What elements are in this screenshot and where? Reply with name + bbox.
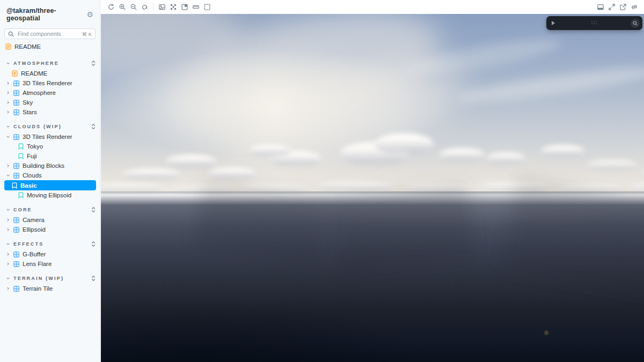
component-icon [13,286,19,292]
section-header-terrain-wip[interactable]: TERRAIN (WIP) [0,274,100,283]
drag-handle-dots[interactable] [591,21,598,25]
measure-icon[interactable] [190,2,201,12]
sidebar-item-atmosphere[interactable]: Atmosphere [0,88,100,98]
sidebar-item-terrain-tile[interactable]: Terrain Tile [0,284,100,293]
item-label: Clouds [23,172,42,179]
sidebar-item-tokyo[interactable]: Tokyo [0,142,100,151]
sidebar-item-g-buffer[interactable]: G-Buffer [0,249,100,259]
chevron-down-icon [5,242,10,247]
item-label: Stars [23,109,37,115]
component-icon [13,227,19,233]
component-icon [13,261,19,267]
chevron-down-icon [5,173,10,178]
expand-collapse-all-icon[interactable] [91,241,96,247]
section-label: ATMOSPHERE [13,61,88,66]
section-label: TERRAIN (WIP) [13,276,88,281]
section-header-core[interactable]: CORE [0,205,100,214]
story-canvas-3d-scene[interactable] [101,14,644,362]
zoom-reset-icon[interactable] [139,2,150,12]
sidebar-item-clouds[interactable]: Clouds [0,171,100,180]
component-icon [13,134,19,140]
viewport-icon[interactable] [179,2,190,12]
item-label: README [14,43,41,50]
item-label: G-Buffer [23,251,46,257]
gear-icon[interactable]: ⚙ [86,11,93,18]
copy-link-icon[interactable] [628,2,640,12]
sidebar-header: @takram/three-geospatial ⚙ [0,0,100,22]
grid-icon[interactable] [167,2,179,12]
expand-collapse-all-icon[interactable] [91,123,96,130]
zoom-out-icon[interactable] [128,2,139,12]
leva-controls-bar[interactable] [546,16,642,30]
cumulus-cloud [439,148,485,162]
component-icon [13,163,19,169]
canvas-toolbar [101,0,644,14]
sidebar-item-3d-tiles-renderer[interactable]: 3D Tiles Renderer [0,78,100,88]
outline-icon[interactable] [201,2,213,12]
chevron-right-icon [5,100,10,105]
component-icon [13,90,19,96]
sidebar-item-fuji[interactable]: Fuji [0,151,100,161]
item-label: Building Blocks [23,162,64,169]
component-icon [13,100,19,106]
section-header-effects[interactable]: EFFECTS [0,240,100,248]
expand-collapse-all-icon[interactable] [91,60,96,67]
section-header-clouds-wip[interactable]: CLOUDS (WIP) [0,122,100,131]
horizon-cloud [316,182,396,191]
project-title: @takram/three-geospatial [6,7,86,22]
sidebar-item-basic-selected[interactable]: Basic [4,180,96,190]
zoom-in-icon[interactable] [116,2,128,12]
horizon-cloud [101,183,165,192]
item-label: Basic [20,182,37,189]
sidebar-item-clouds-3d-tiles-renderer[interactable]: 3D Tiles Renderer [0,132,100,142]
sidebar-item-sky[interactable]: Sky [0,98,100,107]
item-label: Lens Flare [23,261,52,267]
collapse-play-icon[interactable] [552,21,555,25]
sidebar-item-stars[interactable]: Stars [0,107,100,117]
cumulus-cloud [165,154,217,168]
sky-render [101,14,644,191]
backgrounds-icon[interactable] [156,2,167,12]
sidebar-item-camera[interactable]: Camera [0,215,100,225]
item-label: Tokyo [27,143,43,150]
toolbar-divider [153,3,153,11]
item-label: Moving Ellipsoid [27,192,71,198]
sidebar-item-ellipsoid[interactable]: Ellipsoid [0,225,100,234]
doc-icon [12,70,18,77]
sidebar-item-atmosphere-readme[interactable]: README [0,69,100,78]
fullscreen-icon[interactable] [606,2,617,12]
chevron-down-icon [5,135,10,139]
doc-icon [5,43,11,50]
section-label: CORE [13,207,88,212]
chevron-right-icon [5,262,10,267]
expand-collapse-all-icon[interactable] [91,206,96,213]
item-label: Camera [23,217,45,223]
cloud-shadow-ray [328,184,474,274]
item-label: Ellipsoid [23,226,46,233]
story-bookmark-icon [18,143,24,150]
filter-magnifier-icon[interactable] [631,19,640,28]
sidebar-item-readme-root[interactable]: README [0,42,100,51]
chevron-right-icon [5,91,10,95]
expand-collapse-all-icon[interactable] [91,275,96,282]
section-label: EFFECTS [13,241,88,247]
item-label: Atmosphere [23,90,56,96]
section-header-atmosphere[interactable]: ATMOSPHERE [0,59,100,68]
cumulus-cloud [122,168,181,180]
sidebar-item-building-blocks[interactable]: Building Blocks [0,161,100,171]
chevron-right-icon [5,227,10,232]
story-bookmark-icon [12,182,17,189]
sidebar-item-moving-ellipsoid[interactable]: Moving Ellipsoid [0,190,100,200]
component-icon [13,252,19,257]
remount-icon[interactable] [105,2,116,12]
sidebar-item-lens-flare[interactable]: Lens Flare [0,259,100,269]
chevron-right-icon [5,218,10,223]
item-label: Sky [23,99,33,106]
cumulus-cloud [208,167,257,180]
story-bookmark-icon [18,153,24,159]
sidebar-tree: README ATMOSPHERE README 3D Tiles Render… [0,35,100,362]
cloud-wisp [455,62,644,108]
chevron-right-icon [5,110,10,115]
addon-panel-icon[interactable] [595,2,606,12]
open-new-tab-icon[interactable] [617,2,628,12]
